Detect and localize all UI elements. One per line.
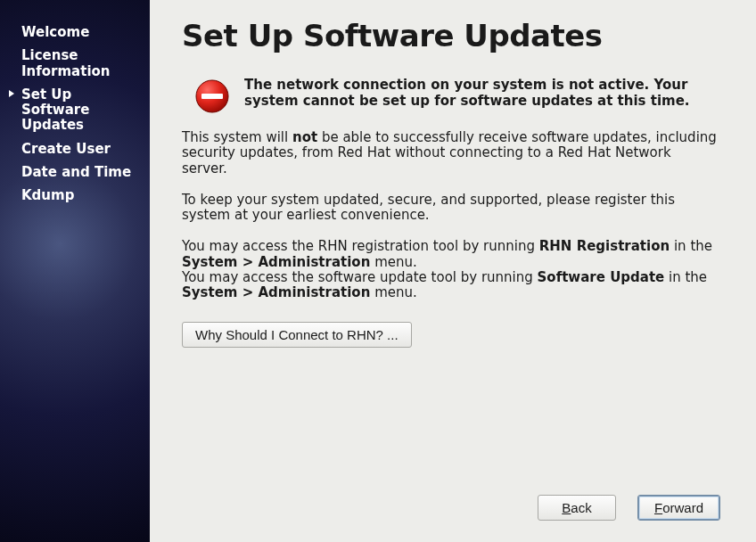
sidebar-item-label: Create User bbox=[21, 142, 111, 157]
sidebar-item-create-user[interactable]: Create User bbox=[0, 140, 150, 159]
paragraph-3: You may access the RHN registration tool… bbox=[182, 239, 720, 300]
sidebar-item-label: Set Up Software Updates bbox=[21, 87, 143, 134]
alert-row: The network connection on your system is… bbox=[182, 77, 720, 114]
footer-buttons: Back Forward bbox=[538, 495, 720, 521]
error-icon bbox=[194, 78, 230, 114]
sidebar-item-set-up-software-updates[interactable]: Set Up Software Updates bbox=[0, 86, 150, 136]
sidebar-item-label: License Information bbox=[21, 48, 143, 79]
forward-button[interactable]: Forward bbox=[637, 495, 720, 521]
sidebar-item-license-information[interactable]: License Information bbox=[0, 46, 150, 81]
main-panel: Set Up Software Updates The network conn… bbox=[150, 0, 756, 542]
paragraph-1: This system will not be able to successf… bbox=[182, 130, 720, 177]
sidebar-item-label: Kdump bbox=[21, 188, 74, 203]
why-connect-button[interactable]: Why Should I Connect to RHN? ... bbox=[182, 322, 412, 348]
sidebar-item-label: Date and Time bbox=[21, 165, 131, 180]
svg-rect-1 bbox=[201, 94, 223, 99]
paragraph-2: To keep your system updated, secure, and… bbox=[182, 193, 720, 224]
back-button[interactable]: Back bbox=[538, 495, 616, 521]
page-title: Set Up Software Updates bbox=[182, 18, 720, 53]
sidebar-item-date-and-time[interactable]: Date and Time bbox=[0, 163, 150, 182]
sidebar: Welcome License Information Set Up Softw… bbox=[0, 0, 150, 542]
alert-text: The network connection on your system is… bbox=[244, 77, 720, 109]
sidebar-item-welcome[interactable]: Welcome bbox=[0, 23, 150, 42]
sidebar-item-kdump[interactable]: Kdump bbox=[0, 186, 150, 205]
sidebar-item-label: Welcome bbox=[21, 25, 89, 40]
